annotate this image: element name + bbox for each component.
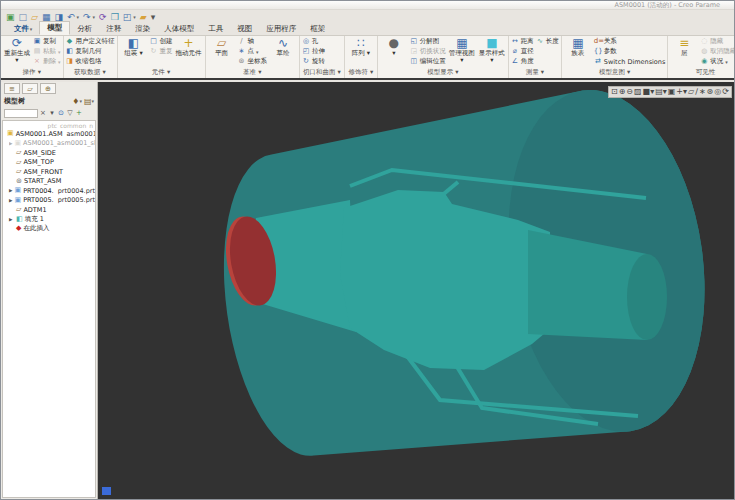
csys-display-icon[interactable]: ⊛: [707, 87, 714, 97]
chevron-down-icon[interactable]: ▾: [91, 98, 94, 104]
saved-orientations-icon[interactable]: ▤▾: [655, 87, 667, 97]
open-file-icon[interactable]: ▱: [31, 12, 38, 22]
hide-button[interactable]: ◌隐藏: [700, 37, 734, 46]
udf-button[interactable]: ◆用户定义特征: [66, 37, 115, 46]
expand-icon[interactable]: +: [75, 109, 83, 117]
tree-options-icon[interactable]: ♦: [72, 97, 79, 106]
sketch-button[interactable]: ∿草绘: [269, 37, 297, 57]
tree-node-asm0001[interactable]: ▣ASM0001.ASMasm0001.asm: [3, 129, 95, 139]
tab-应用程序[interactable]: 应用程序: [259, 23, 303, 35]
view-manager-icon[interactable]: ▣: [668, 87, 676, 97]
search-icon[interactable]: ⊙: [57, 109, 65, 117]
redo-icon[interactable]: ↷: [83, 12, 91, 22]
customize-icon[interactable]: ▾: [151, 12, 156, 22]
tab-渲染[interactable]: 渲染: [128, 23, 157, 35]
ribbon-group-label[interactable]: 测量 ▾: [510, 68, 560, 78]
hole-button[interactable]: ◎孔: [302, 37, 325, 46]
tab-注释[interactable]: 注释: [99, 23, 128, 35]
app-icon[interactable]: ▣: [6, 12, 15, 22]
plane-button[interactable]: ▱平面: [208, 37, 236, 57]
relations-button[interactable]: d=关系: [594, 37, 666, 46]
tree-node-insert-here[interactable]: ◆在此插入: [3, 224, 95, 234]
tree-node-prt0004[interactable]: ▶▣PRT0004.prt0004.prt: [3, 186, 95, 196]
tree-settings-icon[interactable]: ▤: [84, 97, 92, 106]
new-file-icon[interactable]: □: [19, 12, 28, 22]
axis-button[interactable]: ∕轴: [238, 37, 268, 46]
display-style-button[interactable]: ■显示样式 ▾: [478, 37, 506, 64]
exploded-view-button[interactable]: ◱分解图: [410, 37, 446, 46]
tree-node-asm-top[interactable]: ▱ASM_TOP: [3, 158, 95, 168]
ribbon-group-label[interactable]: 操作 ▾: [2, 68, 62, 78]
repaint-icon[interactable]: ▨: [634, 87, 642, 97]
length-button[interactable]: ∿长度: [536, 37, 559, 46]
regenerate-button[interactable]: ⟳重新生成 ▾: [3, 37, 31, 64]
filter-icon[interactable]: ▽: [66, 109, 74, 117]
expand-arrow-icon[interactable]: ▶: [9, 198, 13, 203]
delete-button[interactable]: ×删除▾: [33, 57, 61, 66]
tab-视图[interactable]: 视图: [230, 23, 259, 35]
manage-views-button[interactable]: ▦管理视图 ▾: [448, 37, 476, 64]
edit-position-button[interactable]: ◫编辑位置: [410, 57, 446, 66]
csys-button[interactable]: ⊛坐标系: [238, 57, 268, 66]
repeat-button[interactable]: ↻重复: [150, 47, 173, 56]
layers-button[interactable]: ≡层: [670, 37, 698, 57]
favorites-tab[interactable]: ⊕: [40, 83, 56, 94]
graphics-area[interactable]: ⊡⊕⊖▨■▾▤▾▣+▾▱∕∗⊛◎⟳: [98, 82, 734, 499]
tree-node-fill1[interactable]: ▶◧填充 1: [3, 215, 95, 225]
windows-icon[interactable]: ◰: [123, 12, 132, 22]
tab-分析[interactable]: 分析: [70, 23, 99, 35]
diameter-button[interactable]: ⌀直径: [511, 47, 534, 56]
chevron-down-icon[interactable]: ▾: [77, 14, 80, 20]
tab-人体模型[interactable]: 人体模型: [157, 23, 201, 35]
datum-display-icon[interactable]: +▾: [676, 87, 687, 97]
appearance-button[interactable]: ● ▾: [380, 37, 408, 57]
ribbon-group-label[interactable]: 获取数据 ▾: [65, 68, 116, 78]
copy-geometry-button[interactable]: ◧复制几何: [66, 47, 115, 56]
inner-shaft-end[interactable]: [627, 254, 667, 340]
shading-style-icon[interactable]: ■▾: [643, 87, 655, 97]
search-input[interactable]: [4, 109, 38, 118]
model-tree-tab[interactable]: ≡: [4, 83, 20, 94]
create-component-button[interactable]: □创建: [150, 37, 173, 46]
tab-模型[interactable]: 模型: [39, 21, 70, 35]
regenerate-quick-icon[interactable]: ⟳: [99, 12, 107, 22]
switch-dimensions-button[interactable]: ⇄Switch Dimensions: [594, 57, 666, 66]
ribbon-group-label[interactable]: 可见性: [669, 68, 734, 78]
chevron-down-icon[interactable]: ▾: [93, 14, 96, 20]
status-button[interactable]: ◉状况▾: [700, 57, 734, 66]
search-dropdown-icon[interactable]: ▾: [48, 109, 56, 117]
distance-button[interactable]: ↔距离: [511, 37, 534, 46]
ribbon-group-label[interactable]: 模型意图 ▾: [563, 68, 667, 78]
drag-components-button[interactable]: +拖动元件: [175, 37, 203, 57]
ribbon-group-label[interactable]: 切口和曲面 ▾: [301, 68, 343, 78]
chevron-down-icon[interactable]: ▾: [133, 14, 136, 20]
expand-arrow-icon[interactable]: ▶: [9, 188, 13, 193]
extrude-button[interactable]: ◰拉伸: [302, 47, 325, 56]
toggle-status-button[interactable]: ◲切换状况: [410, 47, 446, 56]
annotation-display-icon[interactable]: ◎: [714, 87, 721, 97]
ribbon-group-label[interactable]: 模型显示 ▾: [379, 68, 507, 78]
parameters-button[interactable]: {}参数: [594, 47, 666, 56]
tab-file[interactable]: 文件 ▾: [7, 23, 39, 35]
model-display-icon[interactable]: ❒: [111, 12, 119, 22]
assemble-button[interactable]: ◧组装 ▾: [120, 37, 148, 57]
tree-node-asm-side[interactable]: ▱ASM_SIDE: [3, 148, 95, 158]
chevron-down-icon[interactable]: ▾: [79, 98, 82, 104]
tree-node-prt0005[interactable]: ▶▣PRT0005.prt0005.prt: [3, 196, 95, 206]
3d-model-view[interactable]: [98, 82, 735, 500]
paste-button[interactable]: ▤粘贴▾: [33, 47, 61, 56]
tree-node-asm-front[interactable]: ▱ASM_FRONT: [3, 167, 95, 177]
refit-icon[interactable]: ⊡: [611, 87, 618, 97]
clear-search-icon[interactable]: ×: [39, 109, 47, 117]
tree-node-skeleton[interactable]: ▶▣ASM0001_asm0001_ske1000: [3, 139, 95, 149]
tree-node-adtm1[interactable]: ▱ADTM1: [3, 205, 95, 215]
zoom-out-icon[interactable]: ⊖: [626, 87, 633, 97]
unhide-button[interactable]: ◍取消隐藏▾: [700, 47, 734, 56]
pattern-button[interactable]: ∷阵列 ▾: [347, 37, 375, 57]
ribbon-group-label[interactable]: 基准 ▾: [207, 68, 299, 78]
ribbon-group-label[interactable]: 修饰符 ▾: [346, 68, 376, 78]
point-button[interactable]: ∗点▾: [238, 47, 268, 56]
ribbon-group-label[interactable]: 元件 ▾: [119, 68, 204, 78]
folder-browser-tab[interactable]: ▱: [22, 83, 38, 94]
zoom-in-icon[interactable]: ⊕: [619, 87, 626, 97]
